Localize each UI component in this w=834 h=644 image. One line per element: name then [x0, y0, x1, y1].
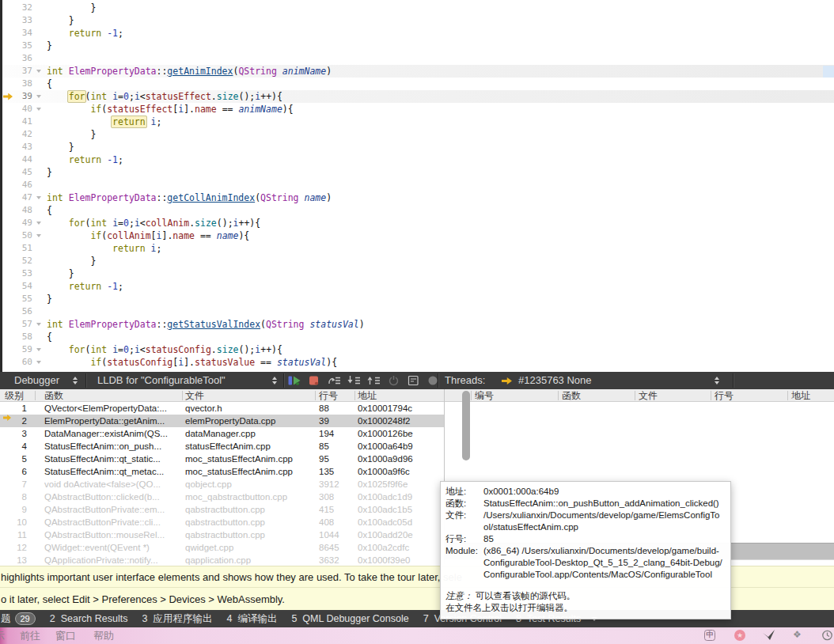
continue-icon[interactable]	[287, 374, 301, 387]
line-number[interactable]: 33	[15, 14, 32, 27]
editor-scrollbar-indicator[interactable]	[823, 66, 834, 78]
line-number[interactable]: 40	[15, 103, 32, 116]
line-number[interactable]: 56	[15, 305, 32, 318]
editor-gutter[interactable]: 50	[2, 229, 47, 242]
editor-gutter[interactable]: 59	[2, 343, 47, 356]
line-number[interactable]: 42	[15, 128, 32, 141]
stack-frame-row[interactable]: 13QApplicationPrivate::notify...qapplica…	[0, 554, 444, 566]
line-number[interactable]: 54	[15, 280, 32, 293]
chevron-updown-icon[interactable]	[272, 377, 277, 385]
line-number[interactable]: 38	[15, 78, 32, 90]
fold-marker[interactable]	[32, 348, 45, 351]
column-separator[interactable]	[471, 391, 472, 400]
output-pane-button[interactable]: 2Search Results	[43, 610, 135, 627]
debug-session-select[interactable]: LLDB for "ConfigurableTool"	[97, 372, 226, 389]
fold-marker[interactable]	[32, 108, 45, 111]
stack-frame-row[interactable]: 4StatusEffectAnim::on_push...statusEffec…	[0, 440, 444, 453]
line-number[interactable]: 44	[15, 153, 32, 166]
line-number[interactable]: 47	[15, 191, 32, 204]
editor-gutter[interactable]: 37	[2, 65, 47, 78]
line-number[interactable]: 37	[15, 65, 32, 78]
line-number[interactable]: 45	[15, 166, 32, 179]
line-number[interactable]: 36	[15, 52, 32, 65]
editor-gutter[interactable]: 32	[2, 2, 47, 14]
step-out-icon[interactable]	[366, 374, 381, 387]
gem-icon[interactable]: ❖	[793, 629, 802, 640]
editor-gutter[interactable]: 54	[2, 280, 47, 293]
clock-icon[interactable]	[821, 630, 833, 644]
line-number[interactable]: 59	[15, 343, 32, 356]
menu-item[interactable]: 前往	[20, 627, 40, 644]
line-number[interactable]: 48	[15, 204, 32, 217]
fold-marker[interactable]	[32, 70, 45, 73]
stack-frame-row[interactable]: 12QWidget::event(QEvent *)qwidget.cpp864…	[0, 541, 444, 554]
editor-gutter[interactable]: 40	[2, 103, 47, 116]
editor-gutter[interactable]: 39	[2, 90, 47, 103]
column-separator[interactable]	[315, 391, 316, 400]
red-badge-icon[interactable]: ★	[734, 630, 745, 641]
step-over-icon[interactable]	[327, 374, 341, 387]
fold-marker[interactable]	[32, 222, 45, 225]
column-header[interactable]: 地址	[358, 389, 377, 402]
column-header[interactable]: 行号	[319, 389, 338, 402]
step-into-icon[interactable]	[347, 374, 361, 387]
column-header[interactable]: 文件	[639, 389, 658, 402]
console-icon[interactable]	[406, 374, 420, 387]
fold-marker[interactable]	[32, 234, 45, 237]
line-number[interactable]: 58	[15, 331, 32, 343]
stack-table-header[interactable]: 级别函数文件行号地址	[0, 389, 444, 402]
fold-marker[interactable]	[32, 95, 45, 98]
restart-icon[interactable]	[386, 374, 400, 387]
editor-gutter[interactable]: 48	[2, 204, 47, 217]
chevron-updown-icon[interactable]	[715, 377, 719, 385]
editor-gutter[interactable]: 42	[2, 128, 47, 141]
column-header[interactable]: 编号	[475, 389, 494, 402]
fold-marker[interactable]	[32, 196, 45, 199]
line-number[interactable]: 46	[15, 179, 32, 191]
column-separator[interactable]	[558, 391, 559, 400]
line-number[interactable]: 41	[15, 116, 32, 128]
line-number[interactable]: 32	[15, 2, 32, 14]
line-number[interactable]: 35	[15, 40, 32, 52]
swallow-icon[interactable]	[763, 630, 775, 644]
line-number[interactable]: 43	[15, 141, 32, 153]
editor-gutter[interactable]: 44	[2, 153, 47, 166]
column-separator[interactable]	[635, 391, 635, 400]
column-header[interactable]: 级别	[5, 389, 24, 402]
line-number[interactable]: 39	[15, 90, 32, 103]
column-header[interactable]: 行号	[715, 389, 734, 402]
chevron-updown-icon[interactable]	[73, 377, 78, 385]
editor-gutter[interactable]: 53	[2, 267, 47, 280]
editor-gutter[interactable]: 55	[2, 293, 47, 305]
code-editor[interactable]: 32 }33 }34 return -1;35}3637int ElemProp…	[0, 0, 834, 372]
column-separator[interactable]	[182, 391, 183, 400]
editor-gutter[interactable]: 36	[2, 52, 47, 65]
line-number[interactable]: 49	[15, 217, 32, 229]
input-method-icon[interactable]: 中	[704, 630, 715, 641]
thread-select[interactable]: #1235763 None	[518, 372, 592, 389]
editor-gutter[interactable]: 38	[2, 78, 47, 90]
fold-marker[interactable]	[32, 361, 45, 364]
stack-frame-row[interactable]: 8QAbstractButton::clicked(b...moc_qabstr…	[0, 491, 444, 503]
stack-frame-row[interactable]: 10QAbstractButtonPrivate::cli...qabstrac…	[0, 516, 444, 528]
threads-table-header[interactable]: 编号函数文件行号地址	[445, 389, 834, 402]
fold-marker[interactable]	[32, 323, 45, 326]
output-pane-button[interactable]: 5QML Debugger Console	[284, 610, 415, 627]
column-separator[interactable]	[711, 391, 711, 400]
line-number[interactable]: 53	[15, 267, 32, 280]
editor-gutter[interactable]: 58	[2, 331, 47, 343]
output-pane-button[interactable]: 4编译输出	[219, 610, 284, 627]
stack-frame-row[interactable]: 9QAbstractButtonPrivate::em...qabstractb…	[0, 503, 444, 516]
vertical-scrollbar-thumb[interactable]	[462, 391, 470, 460]
tooltip-file-value[interactable]: /​Users/​xulianxin/​Documents/​develop/​…	[483, 510, 724, 533]
line-number[interactable]: 50	[15, 229, 32, 242]
stack-frame-row[interactable]: 11QAbstractButton::mouseRel...qabstractb…	[0, 528, 444, 541]
debugger-engine-select[interactable]: Debugger	[14, 372, 59, 389]
column-header[interactable]: 函数	[44, 389, 63, 402]
stack-frame-row[interactable]: 5StatusEffectAnim::qt_static...moc_statu…	[0, 453, 444, 465]
editor-gutter[interactable]: 60	[2, 356, 47, 369]
column-separator[interactable]	[354, 391, 355, 400]
line-number[interactable]: 55	[15, 293, 32, 305]
output-pane-button[interactable]: 题29	[0, 610, 43, 627]
editor-gutter[interactable]: 33	[2, 14, 47, 27]
